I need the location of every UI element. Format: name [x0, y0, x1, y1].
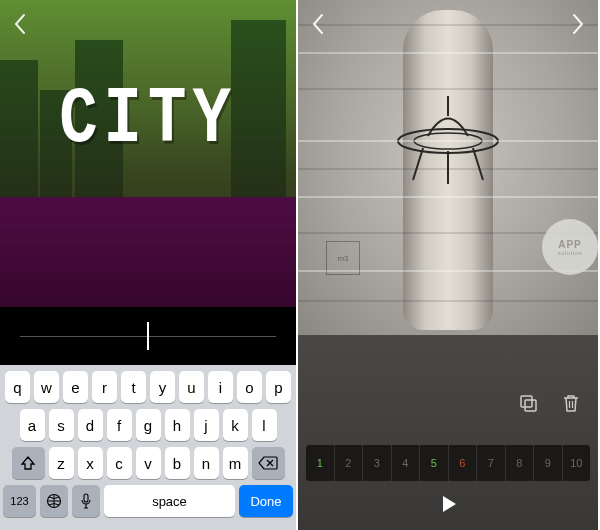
glitch-scanline — [298, 140, 598, 142]
trash-button[interactable] — [562, 393, 580, 413]
frame-cell-10[interactable]: 10 — [563, 445, 591, 481]
badge-line1: APP — [558, 239, 582, 250]
frame-cell-4[interactable]: 4 — [392, 445, 421, 481]
frames-bar[interactable]: 12345678910 — [306, 445, 590, 481]
key-d[interactable]: d — [78, 409, 103, 441]
key-z[interactable]: z — [49, 447, 74, 479]
frame-cell-2[interactable]: 2 — [335, 445, 364, 481]
duplicate-button[interactable] — [518, 393, 538, 413]
slider-thumb[interactable] — [147, 322, 149, 350]
glitch-scanline — [298, 24, 598, 26]
key-y[interactable]: y — [150, 371, 175, 403]
key-t[interactable]: t — [121, 371, 146, 403]
backspace-icon — [258, 456, 278, 470]
prev-button[interactable] — [310, 12, 326, 36]
frame-cell-5[interactable]: 5 — [420, 445, 449, 481]
glitch-scanline — [298, 168, 598, 170]
key-p[interactable]: p — [266, 371, 291, 403]
key-h[interactable]: h — [165, 409, 190, 441]
key-q[interactable]: q — [5, 371, 30, 403]
frame-cell-7[interactable]: 7 — [477, 445, 506, 481]
timeline-panel: 12345678910 — [298, 335, 598, 530]
frame-cell-1[interactable]: 1 — [306, 445, 335, 481]
key-a[interactable]: a — [20, 409, 45, 441]
key-j[interactable]: j — [194, 409, 219, 441]
backspace-key[interactable] — [252, 447, 285, 479]
key-r[interactable]: r — [92, 371, 117, 403]
key-g[interactable]: g — [136, 409, 161, 441]
space-key[interactable]: space — [104, 485, 235, 517]
watermark: m3 — [326, 241, 360, 275]
duplicate-icon — [518, 393, 538, 413]
key-u[interactable]: u — [179, 371, 204, 403]
key-c[interactable]: c — [107, 447, 132, 479]
chevron-left-icon — [12, 12, 28, 36]
frame-cell-9[interactable]: 9 — [534, 445, 563, 481]
frame-cell-6[interactable]: 6 — [449, 445, 478, 481]
overlay-text[interactable]: CITY — [0, 75, 296, 165]
key-f[interactable]: f — [107, 409, 132, 441]
globe-key[interactable] — [40, 485, 68, 517]
key-v[interactable]: v — [136, 447, 161, 479]
mic-key[interactable] — [72, 485, 100, 517]
svg-rect-6 — [525, 400, 536, 411]
svg-rect-5 — [521, 396, 532, 407]
ios-keyboard: qwertyuiop asdfghjkl zxcvbnm 123spaceDon… — [0, 365, 296, 530]
chevron-right-icon — [570, 12, 586, 36]
done-key[interactable]: Done — [239, 485, 293, 517]
preview-canvas: m3 APP solution — [298, 0, 598, 335]
play-button[interactable] — [437, 493, 459, 515]
key-m[interactable]: m — [223, 447, 248, 479]
glitch-scanline — [298, 196, 598, 198]
key-e[interactable]: e — [63, 371, 88, 403]
glitch-scanline — [298, 300, 598, 302]
numswitch-key[interactable]: 123 — [3, 485, 36, 517]
key-s[interactable]: s — [49, 409, 74, 441]
mic-icon — [80, 493, 92, 509]
svg-rect-1 — [84, 494, 88, 502]
globe-icon — [46, 493, 62, 509]
intensity-slider[interactable] — [0, 307, 296, 365]
shift-icon — [20, 455, 36, 471]
frame-cell-8[interactable]: 8 — [506, 445, 535, 481]
frame-cell-3[interactable]: 3 — [363, 445, 392, 481]
key-b[interactable]: b — [165, 447, 190, 479]
glitch-scanline — [298, 88, 598, 90]
key-n[interactable]: n — [194, 447, 219, 479]
editor-canvas: CITY — [0, 0, 296, 307]
badge-line2: solution — [558, 250, 583, 256]
next-button[interactable] — [570, 12, 586, 36]
trash-icon — [562, 393, 580, 413]
app-badge: APP solution — [542, 219, 598, 275]
key-w[interactable]: w — [34, 371, 59, 403]
shift-key[interactable] — [12, 447, 45, 479]
back-button[interactable] — [12, 12, 28, 36]
glitch-scanline — [298, 52, 598, 54]
key-l[interactable]: l — [252, 409, 277, 441]
chevron-left-icon — [310, 12, 326, 36]
key-x[interactable]: x — [78, 447, 103, 479]
key-k[interactable]: k — [223, 409, 248, 441]
play-icon — [437, 493, 459, 515]
key-i[interactable]: i — [208, 371, 233, 403]
key-o[interactable]: o — [237, 371, 262, 403]
